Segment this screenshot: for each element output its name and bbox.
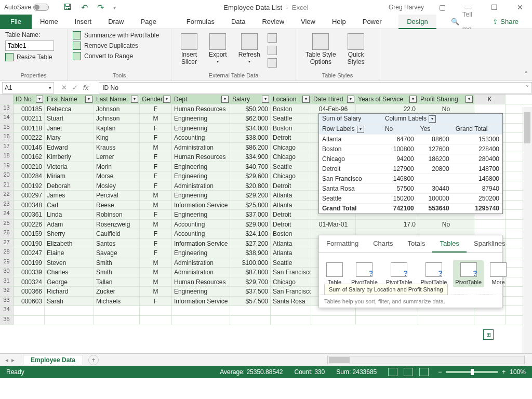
row-header[interactable]: 30 — [0, 268, 14, 277]
export-button[interactable]: Export▾ — [205, 31, 231, 68]
cell[interactable]: Elizabeth — [45, 239, 94, 248]
cell[interactable]: Human Resources — [172, 152, 230, 162]
col-id[interactable]: ID No▾ — [14, 95, 45, 104]
cell[interactable]: 000366 — [14, 287, 45, 296]
cell[interactable] — [45, 316, 94, 325]
col-k-header[interactable]: K — [474, 95, 506, 104]
cell[interactable] — [474, 220, 506, 229]
view-normal-icon[interactable] — [388, 368, 397, 376]
filter-drop-icon[interactable]: ▾ — [85, 96, 92, 103]
cell[interactable]: 000192 — [14, 181, 45, 191]
cell[interactable]: Seattle — [271, 162, 311, 171]
col-salary[interactable]: Salary▾ — [230, 95, 271, 104]
cell[interactable]: No — [418, 104, 474, 114]
autosave-control[interactable]: AutoSave — [4, 4, 49, 11]
pivot-col-drop-icon[interactable]: ▾ — [429, 115, 436, 123]
cell[interactable]: F — [140, 239, 172, 248]
cell[interactable] — [172, 306, 230, 315]
row-header[interactable]: 31 — [0, 277, 14, 287]
cell[interactable]: Stuart — [45, 114, 94, 123]
cell[interactable]: Engineering — [172, 124, 230, 133]
refresh-button[interactable]: Refresh▾ — [234, 31, 264, 68]
scroll-thumb[interactable] — [329, 357, 350, 363]
row-header[interactable]: 22 — [0, 191, 14, 200]
cell[interactable]: Engineering — [172, 171, 230, 181]
cell[interactable]: Mary — [45, 133, 94, 142]
cell[interactable]: Krauss — [94, 143, 140, 152]
cell[interactable]: $37,500 — [230, 287, 271, 296]
row-header[interactable]: 15 — [0, 124, 14, 133]
cell[interactable]: King — [94, 133, 140, 142]
row-header[interactable]: 24 — [0, 210, 14, 219]
cell[interactable]: Carl — [45, 201, 94, 210]
cell[interactable] — [14, 306, 45, 315]
tab-view[interactable]: View — [292, 15, 324, 29]
undo-icon[interactable]: ↶ — [81, 3, 88, 12]
cell[interactable]: Steven — [45, 258, 94, 268]
row-header[interactable]: 23 — [0, 201, 14, 210]
cell[interactable] — [140, 316, 172, 325]
cell[interactable]: Accounting — [172, 220, 230, 229]
redo-icon[interactable]: ↷ — [97, 3, 104, 12]
qap-opt-more[interactable]: More — [488, 260, 509, 287]
cell[interactable] — [94, 306, 140, 315]
filter-drop-icon[interactable]: ▾ — [163, 96, 170, 103]
tab-insert[interactable]: Insert — [66, 15, 100, 29]
cell[interactable]: Deborah — [45, 181, 94, 191]
qap-tab-charts[interactable]: Charts — [366, 235, 400, 252]
col-location[interactable]: Location▾ — [271, 95, 311, 104]
cell[interactable]: Lerner — [94, 152, 140, 162]
resize-table-button[interactable]: Resize Table — [5, 53, 62, 61]
cell[interactable]: Elaine — [45, 248, 94, 258]
cell[interactable]: No — [418, 220, 474, 229]
cancel-formula-icon[interactable]: ✕ — [61, 84, 67, 91]
row-header[interactable]: 17 — [0, 143, 14, 152]
sheet-tab-active[interactable]: Employee Data — [23, 355, 83, 365]
cell[interactable]: 000348 — [14, 201, 45, 210]
cell[interactable] — [230, 306, 271, 315]
sheet-prev-icon[interactable]: ◂ — [5, 356, 8, 364]
cell[interactable]: 000185 — [14, 104, 45, 114]
cell[interactable]: Engineering — [172, 191, 230, 200]
cell[interactable]: $29,200 — [230, 191, 271, 200]
tab-draw[interactable]: Draw — [100, 15, 132, 29]
quick-styles-button[interactable]: Quick Styles — [343, 31, 369, 68]
cell[interactable]: F — [140, 104, 172, 114]
cell[interactable]: M — [140, 201, 172, 210]
remove-duplicates-button[interactable]: Remove Duplicates — [73, 42, 166, 50]
fx-icon[interactable]: fx — [83, 84, 88, 91]
cell[interactable] — [271, 306, 311, 315]
row-header[interactable]: 29 — [0, 258, 14, 268]
cell[interactable]: Savage — [94, 248, 140, 258]
cell[interactable]: $100,000 — [230, 258, 271, 268]
cell[interactable]: F — [140, 210, 172, 219]
cell[interactable]: Morin — [94, 162, 140, 171]
pivot-row-drop-icon[interactable]: ▾ — [357, 126, 364, 133]
tab-design[interactable]: Design — [398, 15, 436, 29]
zoom-out-icon[interactable]: − — [438, 368, 442, 376]
cell[interactable]: Detroit — [271, 133, 311, 142]
tab-review[interactable]: Review — [254, 15, 292, 29]
cell[interactable]: $87,800 — [230, 268, 271, 277]
cell[interactable]: F — [140, 229, 172, 238]
cell[interactable]: 000146 — [14, 143, 45, 152]
cell[interactable] — [45, 306, 94, 315]
row-header[interactable]: 26 — [0, 229, 14, 238]
filter-drop-icon[interactable]: ▾ — [409, 96, 417, 103]
row-header[interactable]: 18 — [0, 152, 14, 162]
row-header[interactable]: 34 — [0, 306, 14, 315]
cell[interactable]: F — [140, 181, 172, 191]
cell[interactable]: M — [140, 258, 172, 268]
tab-page-layout[interactable]: Page Layout — [132, 15, 178, 29]
cell[interactable]: Accounting — [172, 133, 230, 142]
row-header[interactable]: 14 — [0, 114, 14, 123]
cell[interactable]: $38,000 — [230, 133, 271, 142]
cell[interactable]: 000118 — [14, 124, 45, 133]
cell[interactable]: 000190 — [14, 239, 45, 248]
zoom-control[interactable]: − + 100% — [438, 368, 526, 376]
cell[interactable]: Administration — [172, 181, 230, 191]
cell[interactable]: Engineering — [172, 287, 230, 296]
tab-formulas[interactable]: Formulas — [178, 15, 223, 29]
collapse-ribbon-icon[interactable]: ˄ — [524, 70, 528, 78]
cell[interactable]: $34,000 — [230, 124, 271, 133]
